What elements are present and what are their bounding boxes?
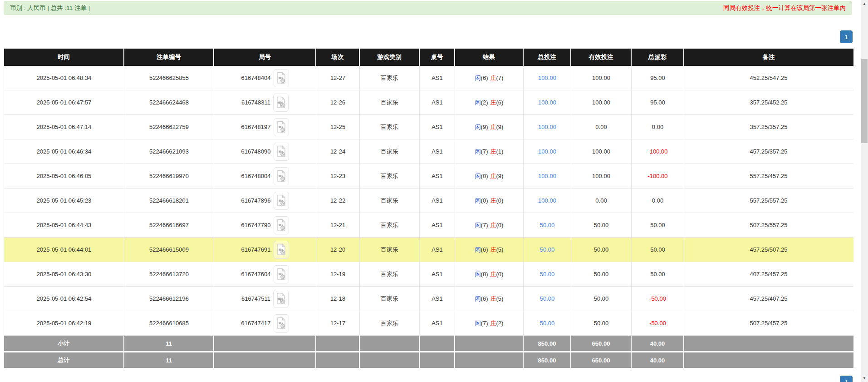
remark-cell: 452.25/547.25	[684, 66, 853, 90]
video-replay-button[interactable]	[274, 314, 289, 332]
bet-number-cell: 522466621093	[124, 139, 214, 164]
video-replay-button[interactable]	[274, 216, 289, 234]
video-replay-button[interactable]	[274, 118, 289, 136]
bet-number-cell: 522466616697	[124, 213, 214, 237]
column-header-2: 局号	[214, 49, 316, 66]
game-type-cell: 百家乐	[360, 287, 420, 311]
banker-result-label: 庄	[490, 295, 496, 303]
video-file-icon	[277, 317, 286, 329]
valid-bet-cell: 50.00	[571, 287, 632, 311]
payout-cell: 50.00	[632, 238, 684, 262]
round-number-cell: 616748311	[214, 90, 316, 114]
player-result-label: 闲	[475, 74, 481, 82]
pagination-page-1-bottom[interactable]: 1	[840, 376, 853, 382]
column-header-1: 注单编号	[124, 49, 214, 66]
session-cell: 12-19	[316, 262, 360, 286]
summary-empty-cell	[420, 336, 455, 351]
game-type-cell: 百家乐	[360, 311, 420, 335]
time-cell: 2025-05-01 06:44:43	[4, 213, 124, 237]
bet-number-cell: 522466624468	[124, 90, 214, 114]
result-cell: 闲(8)庄(0)	[455, 262, 524, 286]
total-bet-link[interactable]: 100.00	[538, 173, 556, 179]
total-bet-link[interactable]: 100.00	[538, 124, 556, 130]
round-number: 616748090	[241, 148, 270, 155]
summary-count: 11	[124, 336, 214, 351]
round-number-cell: 616747511	[214, 287, 316, 311]
player-result-label: 闲	[475, 221, 481, 229]
summary-empty-cell	[684, 352, 853, 368]
result-cell: 闲(7)庄(0)	[455, 213, 524, 237]
table-row: 2025-05-01 06:42:54 522466612196 6167475…	[4, 287, 853, 311]
column-header-5: 桌号	[420, 49, 455, 66]
round-number: 616748311	[241, 99, 270, 106]
table-summary: 小计 11 850.00 650.00 40.00 总计 11 850.00 6…	[4, 336, 853, 368]
bet-number-cell: 522466612196	[124, 287, 214, 311]
column-header-7: 总投注	[524, 49, 571, 66]
game-type-cell: 百家乐	[360, 90, 420, 114]
table-row: 2025-05-01 06:46:05 522466619970 6167480…	[4, 164, 853, 189]
game-type-cell: 百家乐	[360, 213, 420, 237]
video-file-icon	[277, 145, 286, 158]
player-result-label: 闲	[475, 123, 481, 131]
video-replay-button[interactable]	[274, 69, 289, 87]
total-bet-link[interactable]: 50.00	[540, 271, 555, 278]
round-number: 616748404	[241, 74, 270, 81]
video-replay-button[interactable]	[274, 167, 289, 185]
total-bet-link[interactable]: 50.00	[540, 295, 555, 302]
remark-cell: 457.25/357.25	[684, 139, 853, 164]
round-number-cell: 616747417	[214, 311, 316, 335]
total-bet-link[interactable]: 100.00	[538, 99, 556, 106]
video-file-icon	[276, 293, 285, 305]
table-id-cell: AS1	[420, 262, 455, 286]
remark-cell: 557.25/457.25	[684, 164, 853, 188]
valid-bet-cell: 50.00	[571, 213, 632, 237]
bet-number-cell: 522466622759	[124, 115, 214, 139]
remark-cell: 507.25/457.25	[684, 311, 853, 335]
video-replay-button[interactable]	[274, 265, 289, 283]
table-id-cell: AS1	[420, 139, 455, 164]
vertical-scrollbar[interactable]: ▲ ▼	[861, 0, 868, 382]
scroll-down-button[interactable]: ▼	[861, 374, 868, 382]
video-replay-button[interactable]	[273, 290, 289, 308]
time-cell: 2025-05-01 06:44:01	[4, 238, 124, 262]
summary-label: 总计	[4, 352, 124, 368]
valid-bet-cell: 0.00	[571, 189, 632, 213]
summary-label: 小计	[4, 336, 124, 351]
time-cell: 2025-05-01 06:43:30	[4, 262, 124, 286]
banker-result-score: (0)	[496, 222, 504, 228]
time-cell: 2025-05-01 06:45:23	[4, 189, 124, 213]
round-number-cell: 616748404	[214, 66, 316, 90]
banker-result-label: 庄	[490, 319, 496, 327]
total-bet-link[interactable]: 50.00	[540, 320, 555, 327]
valid-bet-cell: 100.00	[571, 164, 632, 188]
total-bet-link[interactable]: 100.00	[538, 197, 556, 204]
video-replay-button[interactable]	[274, 143, 289, 161]
scroll-up-button[interactable]: ▲	[861, 0, 868, 8]
total-bet-link[interactable]: 50.00	[540, 222, 555, 228]
payout-cell: -50.00	[632, 311, 684, 335]
round-number: 616748197	[241, 124, 270, 130]
table-id-cell: AS1	[420, 66, 455, 90]
total-row: 总计 11 850.00 650.00 40.00	[4, 352, 853, 368]
player-result-score: (6)	[481, 295, 488, 302]
total-bet-link[interactable]: 50.00	[540, 246, 555, 253]
scrollbar-thumb[interactable]	[861, 59, 868, 143]
video-replay-button[interactable]	[274, 192, 289, 210]
table-id-cell: AS1	[420, 164, 455, 188]
video-replay-button[interactable]	[274, 241, 289, 259]
pagination-page-1-top[interactable]: 1	[840, 30, 853, 43]
time-cell: 2025-05-01 06:46:05	[4, 164, 124, 188]
table-id-cell: AS1	[420, 311, 455, 335]
time-cell: 2025-05-01 06:46:34	[4, 139, 124, 164]
session-cell: 12-20	[316, 238, 360, 262]
summary-empty-cell	[420, 352, 455, 368]
total-bet-link[interactable]: 100.00	[538, 74, 556, 81]
video-replay-button[interactable]	[273, 94, 289, 112]
bet-number-cell: 522466610685	[124, 311, 214, 335]
subtotal-row: 小计 11 850.00 650.00 40.00	[4, 336, 853, 351]
game-type-cell: 百家乐	[360, 66, 420, 90]
total-bet-link[interactable]: 100.00	[538, 148, 556, 155]
summary-payout: 40.00	[632, 336, 684, 351]
column-header-0: 时间	[4, 49, 124, 66]
session-cell: 12-25	[316, 115, 360, 139]
